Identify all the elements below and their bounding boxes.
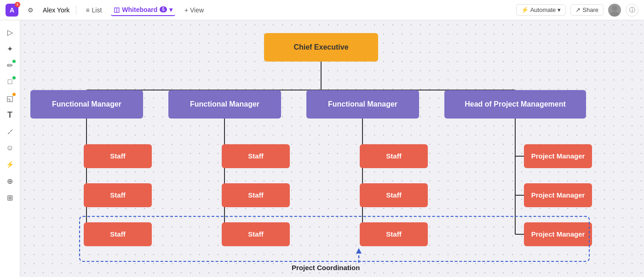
chevron-down-icon: ▾	[558, 6, 561, 13]
staff-3-2-node[interactable]: Staff	[360, 183, 428, 207]
nav-list[interactable]: ≡ List	[83, 5, 104, 16]
connect-tool[interactable]: ⚡	[3, 157, 17, 172]
left-toolbar: ▷ ✦ ✏ □ ◱ T ⟋ ☺ ⚡ ⊕ ⊞	[0, 20, 20, 277]
globe-tool[interactable]: ⊕	[3, 174, 17, 188]
line-tool[interactable]: ⟋	[3, 124, 17, 139]
project-coordination-box	[79, 216, 590, 262]
top-bar: A 1 ⚙ Alex York ≡ List ◫ Whiteboard 5 ▾ …	[0, 0, 644, 20]
nav-whiteboard[interactable]: ◫ Whiteboard 5 ▾	[111, 4, 175, 16]
chief-executive-node[interactable]: Chief Executive	[264, 33, 378, 62]
divider	[76, 6, 76, 15]
whiteboard-icon: ◫	[114, 6, 120, 13]
shape-dot	[12, 76, 16, 79]
staff-3-1-node[interactable]: Staff	[360, 144, 428, 168]
functional-manager-1-node[interactable]: Functional Manager	[30, 90, 143, 119]
app-icon[interactable]: A 1	[6, 4, 18, 17]
staff-2-2-node[interactable]: Staff	[222, 183, 290, 207]
share-icon: ↗	[575, 6, 581, 13]
cursor-tool[interactable]: ▷	[3, 25, 17, 40]
settings-icon[interactable]: ⚙	[25, 5, 36, 16]
pen-dot	[12, 60, 16, 63]
functional-manager-2-node[interactable]: Functional Manager	[168, 90, 281, 119]
user-avatar	[608, 4, 621, 17]
text-tool[interactable]: T	[3, 107, 17, 122]
whiteboard-canvas[interactable]: Chief Executive Functional Manager Funct…	[20, 20, 644, 277]
head-of-pm-node[interactable]: Head of Project Management	[444, 90, 586, 119]
project-coordination-label: Project Coordination	[292, 264, 360, 271]
image-tool[interactable]: ⊞	[3, 190, 17, 205]
svg-point-0	[612, 6, 617, 11]
functional-manager-3-node[interactable]: Functional Manager	[306, 90, 419, 119]
whiteboard-badge: 5	[160, 6, 167, 12]
project-manager-2-node[interactable]: Project Manager	[524, 183, 592, 207]
app-badge: 1	[15, 2, 20, 7]
share-button[interactable]: ↗ Share	[570, 4, 604, 16]
chevron-down-icon: ▾	[169, 6, 172, 13]
automate-icon: ⚡	[521, 6, 529, 13]
sticky-tool[interactable]: ◱	[3, 91, 17, 106]
pen-tool[interactable]: ✏	[3, 58, 17, 73]
shape-tool[interactable]: □	[3, 74, 17, 89]
info-button[interactable]: ⓘ	[626, 4, 638, 17]
sticky-dot	[12, 93, 16, 96]
nav-view[interactable]: + View	[182, 5, 207, 16]
topbar-right: ⚡ Automate ▾ ↗ Share ⓘ	[516, 4, 638, 17]
topbar-left: A 1 ⚙ Alex York ≡ List ◫ Whiteboard 5 ▾ …	[6, 4, 207, 17]
project-manager-1-node[interactable]: Project Manager	[524, 144, 592, 168]
staff-1-2-node[interactable]: Staff	[84, 183, 152, 207]
svg-point-1	[610, 11, 619, 17]
user-name: Alex York	[43, 6, 69, 14]
automate-button[interactable]: ⚡ Automate ▾	[516, 4, 566, 16]
people-tool[interactable]: ☺	[3, 141, 17, 155]
paint-tool[interactable]: ✦	[3, 41, 17, 56]
list-icon: ≡	[86, 6, 89, 14]
staff-1-1-node[interactable]: Staff	[84, 144, 152, 168]
staff-2-1-node[interactable]: Staff	[222, 144, 290, 168]
info-icon: ⓘ	[629, 6, 635, 14]
